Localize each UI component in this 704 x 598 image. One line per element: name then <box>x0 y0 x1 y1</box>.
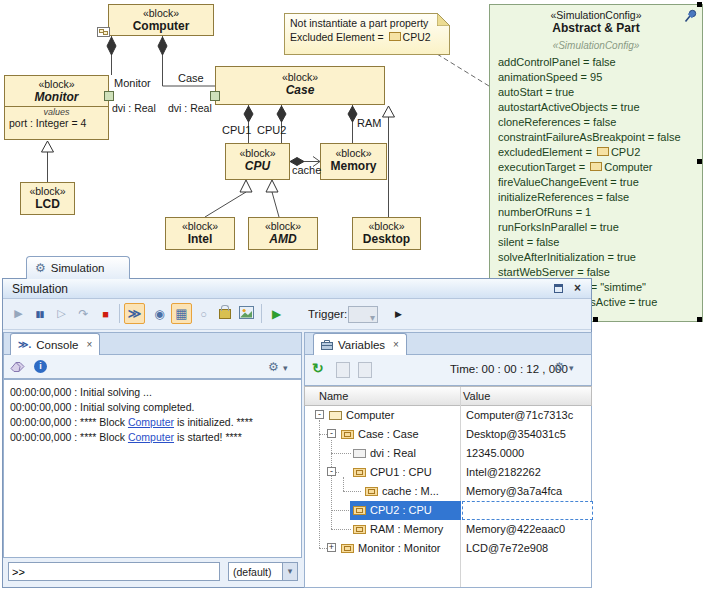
block-name: LCD <box>21 197 74 211</box>
block-stereotype: «block» <box>226 147 289 159</box>
simulation-window-tab[interactable]: ⚙ Simulation <box>26 256 130 279</box>
expander-icon[interactable]: - <box>327 429 336 438</box>
snapshot-icon[interactable] <box>239 306 254 319</box>
part-label-case[interactable]: Case <box>178 72 204 84</box>
part-icon <box>353 525 366 534</box>
trigger-step-button[interactable]: ▶ <box>266 303 287 324</box>
lock-icon[interactable] <box>219 309 231 319</box>
options-button[interactable]: ◉ <box>149 303 170 324</box>
block-memory[interactable]: «block» Memory <box>320 143 387 180</box>
save-icon[interactable] <box>358 362 372 378</box>
row-value: Desktop@354031c5 <box>466 428 566 440</box>
part-label-cpu1[interactable]: CPU1 <box>222 124 251 136</box>
part-icon <box>353 468 366 477</box>
table-row[interactable]: dvi : Real 12345.0000 <box>306 444 591 463</box>
refresh-icon[interactable]: ↻ <box>312 360 324 376</box>
value-edit-cell[interactable] <box>462 501 593 520</box>
block-cpu[interactable]: «block» CPU <box>225 143 290 180</box>
block-computer[interactable]: «block» Computer <box>108 4 214 36</box>
values-compartment-label: values <box>5 107 108 117</box>
block-icon <box>329 411 342 420</box>
auto-open-toggle[interactable]: ▦ <box>171 303 192 324</box>
table-row[interactable]: - Computer Computer@71c7313c <box>306 406 591 425</box>
row-name: Computer <box>346 409 394 421</box>
console-line: 00:00:00,000 : Initial solving ... <box>10 385 295 400</box>
tab-close-icon[interactable]: × <box>86 339 92 350</box>
tab-variables[interactable]: Variables × <box>313 333 407 355</box>
config-stereotype: «SimulationConfig» <box>490 9 702 21</box>
block-name: AMD <box>249 232 317 246</box>
block-monitor[interactable]: «block» Monitor values port : Integer = … <box>4 75 109 140</box>
port-monitor-dvi[interactable] <box>104 91 114 101</box>
selection-handle[interactable] <box>697 317 702 322</box>
row-name: dvi : Real <box>370 447 416 459</box>
table-row[interactable]: + Monitor : Monitor LCD@7e72e908 <box>306 539 591 558</box>
note-text: Not instantiate a part property <box>285 14 449 29</box>
block-desktop[interactable]: «block» Desktop <box>352 217 421 250</box>
pause-button[interactable]: ▮▮ <box>29 303 50 324</box>
play-button[interactable]: ▶ <box>8 303 29 324</box>
console-settings-gear-icon[interactable]: ⚙ <box>268 360 279 374</box>
clear-console-icon[interactable] <box>10 360 25 373</box>
simulation-titlebar[interactable]: Simulation × <box>3 279 591 299</box>
part-label-monitor[interactable]: Monitor <box>114 77 151 89</box>
dropdown-arrow-icon[interactable]: ▾ <box>283 363 288 373</box>
expander-icon[interactable]: - <box>327 467 336 476</box>
config-property: executionTarget = Computer <box>498 160 681 175</box>
block-lcd[interactable]: «block» LCD <box>20 182 75 215</box>
port-label-case-dvi[interactable]: dvi : Real <box>168 102 212 114</box>
column-header-name[interactable]: Name <box>319 390 348 402</box>
port-case-dvi[interactable] <box>210 91 220 101</box>
block-case[interactable]: «block» Case <box>215 66 385 105</box>
row-name: CPU1 : CPU <box>370 466 432 478</box>
table-row[interactable]: RAM : Memory Memory@422eaac0 <box>306 520 591 539</box>
part-property-icon <box>597 147 609 156</box>
console-input[interactable] <box>8 562 220 581</box>
restore-icon[interactable] <box>554 284 563 293</box>
comment-note[interactable]: Not instantiate a part property Excluded… <box>284 13 450 55</box>
console-icon: ≫. <box>18 339 31 350</box>
part-label-cpu2[interactable]: CPU2 <box>257 124 286 136</box>
table-row[interactable]: - Case : Case Desktop@354031c5 <box>306 425 591 444</box>
block-amd[interactable]: «block» AMD <box>248 217 318 250</box>
config-property: constraintFailureAsBreakpoint = false <box>498 130 681 145</box>
stop-button[interactable]: ■ <box>95 303 116 324</box>
selection-handle[interactable] <box>593 317 598 322</box>
resume-button[interactable]: ▷ <box>51 303 72 324</box>
value-property[interactable]: port : Integer = 4 <box>5 117 108 129</box>
pin-icon[interactable] <box>683 9 698 24</box>
flyout-arrow-icon[interactable]: ▶ <box>388 303 409 324</box>
config-property: initializeReferences = false <box>498 190 681 205</box>
variables-settings-gear-icon[interactable]: ⚙ <box>554 360 565 374</box>
selection-handle[interactable] <box>697 159 702 164</box>
close-icon[interactable]: × <box>574 283 581 293</box>
part-label-cache[interactable]: cache <box>292 164 321 176</box>
dropdown-arrow-icon[interactable]: ▾ <box>569 363 574 373</box>
expander-icon[interactable]: + <box>327 543 336 552</box>
info-icon[interactable]: i <box>34 360 47 373</box>
table-row[interactable]: - CPU1 : CPU Intel@2182262 <box>306 463 591 482</box>
row-name: cache : M... <box>382 485 439 497</box>
step-button[interactable]: ↷ <box>73 303 94 324</box>
trigger-dropdown[interactable]: ▾ <box>348 306 378 323</box>
block-stereotype: «block» <box>21 185 74 197</box>
console-context-dropdown[interactable]: (default) ▾ <box>228 562 298 581</box>
block-stereotype: «block» <box>216 71 384 83</box>
console-link[interactable]: Computer <box>128 431 174 443</box>
selection-handle[interactable] <box>697 2 702 7</box>
column-header-value[interactable]: Value <box>463 390 490 402</box>
tab-console[interactable]: ≫. Console × <box>10 333 100 355</box>
part-label-ram[interactable]: RAM <box>357 117 381 129</box>
export-icon[interactable] <box>336 362 350 378</box>
port-label-monitor-dvi[interactable]: dvi : Real <box>112 102 156 114</box>
table-row-selected[interactable]: CPU2 : CPU <box>306 501 591 520</box>
tab-close-icon[interactable]: × <box>393 339 399 350</box>
console-link[interactable]: Computer <box>128 416 174 428</box>
animate-toggle[interactable]: ≫ <box>124 303 145 324</box>
expander-icon[interactable]: - <box>315 410 324 419</box>
block-intel[interactable]: «block» Intel <box>165 217 235 250</box>
console-output: 00:00:00,000 : Initial solving ... 00:00… <box>3 379 302 558</box>
table-row[interactable]: cache : M... Memory@3a7a4fca <box>306 482 591 501</box>
breakpoint-button[interactable]: ○ <box>193 303 214 324</box>
trigger-label: Trigger: <box>308 308 347 320</box>
